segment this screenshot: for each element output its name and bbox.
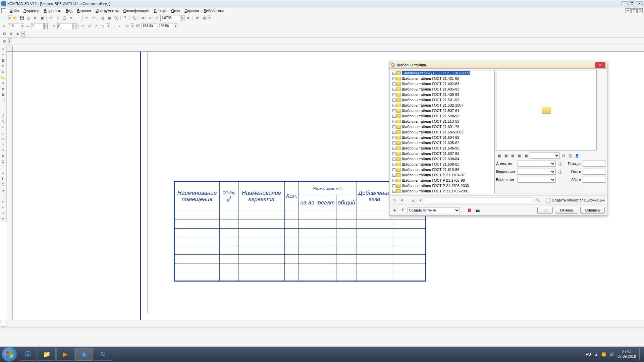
tree-item[interactable]: +Шаблоны таблиц ГОСТ 21.405-93 <box>391 86 494 92</box>
tree-item[interactable]: +Шаблоны таблиц ГОСТ Р 21.1709-2001 <box>391 188 494 194</box>
eq-icon[interactable]: ≈ <box>0 204 6 210</box>
expand-icon[interactable]: + <box>392 72 395 75</box>
help-button[interactable]: Справка <box>580 207 605 214</box>
tree-item[interactable]: +Шаблоны таблиц ГОСТ 21.408-93 <box>391 92 494 97</box>
layers-dd[interactable]: ▾ <box>208 15 211 21</box>
cut-icon[interactable]: ✂ <box>48 15 54 21</box>
search-icon[interactable]: 🔍 <box>535 197 541 203</box>
expand-icon[interactable]: + <box>392 99 395 102</box>
pan-icon[interactable]: ✥ <box>185 15 191 21</box>
hatch-icon[interactable]: ▨ <box>0 86 6 92</box>
tb-stop-icon[interactable]: ✕ <box>399 197 405 203</box>
poly-icon[interactable]: ⬠ <box>0 182 6 187</box>
menu-edit[interactable]: Редактор <box>21 8 42 13</box>
coord-x[interactable] <box>142 23 157 29</box>
expand-icon[interactable]: + <box>392 147 395 150</box>
coord-y[interactable] <box>158 23 173 29</box>
menu-service[interactable]: Сервис <box>152 8 169 13</box>
cham-icon[interactable]: ◢ <box>0 187 6 193</box>
width-input[interactable] <box>518 169 556 175</box>
expand-icon[interactable]: + <box>392 141 395 144</box>
task-wmp[interactable]: ▶ <box>56 348 74 361</box>
expand-icon[interactable]: + <box>392 184 395 187</box>
cancel-button[interactable]: Отмена <box>555 207 578 214</box>
menu-help[interactable]: Справка <box>182 8 201 13</box>
template-tree[interactable]: +Шаблоны таблиц ГОСТ Р 21.1101-2009+Шабл… <box>391 70 495 194</box>
expand-icon[interactable]: + <box>392 125 395 128</box>
layer-input[interactable] <box>57 23 73 29</box>
menu-view[interactable]: Вид <box>63 8 75 13</box>
copyprops-icon[interactable]: ✎ <box>68 15 74 21</box>
menu-insert[interactable]: Вставка <box>75 8 93 13</box>
grid-icon[interactable]: ⊞ <box>100 23 106 29</box>
expand-icon[interactable]: + <box>392 174 395 177</box>
rect-icon[interactable]: ▭ <box>0 170 6 176</box>
expand-icon[interactable]: + <box>392 179 395 182</box>
circ-icon[interactable]: ○ <box>0 125 6 130</box>
search-input[interactable] <box>425 197 533 203</box>
tree-item[interactable]: +Шаблоны таблиц ГОСТ 21.402-83 <box>391 81 494 86</box>
edit-icon[interactable]: ✎ <box>0 63 6 69</box>
zoomwin-icon[interactable]: 🔍 <box>131 15 137 21</box>
mdi-restore[interactable]: ❐ <box>631 8 637 13</box>
task-ie[interactable]: ⓔ <box>19 348 37 361</box>
tb-up-icon[interactable]: ▲ <box>410 197 416 203</box>
table-icon[interactable]: ▦ <box>1 38 7 44</box>
fx-icon[interactable]: f(x) <box>113 15 119 21</box>
tree-item[interactable]: +Шаблоны таблиц ГОСТ 21.507-81 <box>391 108 494 113</box>
save-icon[interactable]: 💾 <box>19 15 25 21</box>
fil-icon[interactable]: ◜ <box>0 193 6 198</box>
aux1-icon[interactable]: ⊡ <box>1 31 7 37</box>
tray-flag-icon[interactable]: ▲ <box>594 352 598 356</box>
tray-vol-icon[interactable]: 🔊 <box>609 352 614 357</box>
zp1-icon[interactable]: ⊡ <box>560 153 567 159</box>
snap3-icon[interactable]: ∠ <box>93 23 99 29</box>
tray-lang[interactable]: RU <box>586 352 591 356</box>
aux3-icon[interactable]: ◈ <box>15 31 21 37</box>
hatch2-icon[interactable]: ▨ <box>0 153 6 159</box>
expand-icon[interactable]: + <box>392 77 395 80</box>
menu-spec[interactable]: Спецификация <box>121 8 152 13</box>
height-input[interactable] <box>518 177 556 183</box>
txt2-icon[interactable]: Σ <box>0 159 6 164</box>
cam-icon[interactable]: 📷 <box>475 207 481 213</box>
mdi-close[interactable]: ✕ <box>637 8 643 13</box>
menu-window[interactable]: Окно <box>169 8 182 13</box>
style-input[interactable] <box>32 23 44 29</box>
vars-icon[interactable]: ▦ <box>106 15 112 21</box>
linetype-icon[interactable]: ≡ <box>1 23 7 29</box>
tree-item[interactable]: +Шаблоны таблиц ГОСТ 21.602-2003 <box>391 129 494 135</box>
menu-tools[interactable]: Инструменты <box>93 8 121 13</box>
aux2-icon[interactable]: ⚙ <box>8 31 14 37</box>
preview-icon[interactable]: 🗎 <box>32 15 38 21</box>
task-explorer[interactable]: 📁 <box>38 348 56 361</box>
start-button[interactable] <box>2 347 17 362</box>
tree-item[interactable]: +Шаблоны таблиц ГОСТ 21.613-88 <box>391 167 494 172</box>
tree-item[interactable]: +Шаблоны таблиц ГОСТ Р 21.1101-2009 <box>391 70 494 76</box>
off-icon[interactable]: ▱ <box>0 199 6 204</box>
layer-icon[interactable]: ▭ <box>51 23 57 29</box>
pos-input[interactable] <box>583 161 605 167</box>
snapset-icon[interactable]: ⊡ <box>124 23 130 29</box>
dialog-close-button[interactable]: ✕ <box>595 62 605 68</box>
expand-icon[interactable]: + <box>392 190 395 193</box>
ell-icon[interactable]: ⬭ <box>0 136 6 141</box>
view4-icon[interactable]: ▦ <box>516 153 522 159</box>
new-icon[interactable]: 📄 <box>1 15 7 21</box>
zoomfit-icon[interactable]: ⊡ <box>154 15 160 21</box>
zp2-icon[interactable]: 🏠 <box>567 153 573 159</box>
tree-item[interactable]: +Шаблоны таблиц ГОСТ 21.601-79 <box>391 124 494 129</box>
insert-mode-combo[interactable]: Создать по точке <box>408 207 460 213</box>
measure-icon[interactable]: 📐 <box>0 75 6 80</box>
snap2-icon[interactable]: ✐ <box>87 23 93 29</box>
new-dd[interactable]: ▾ <box>8 15 11 21</box>
snap-icon[interactable]: ⌐ <box>117 23 123 29</box>
help-icon[interactable]: ? <box>122 15 128 21</box>
point-icon[interactable]: 📍 <box>399 207 406 213</box>
end-icon[interactable]: ⊳ <box>0 216 6 221</box>
tree-item[interactable]: +Шаблоны таблиц ГОСТ 21.607-82 <box>391 151 494 156</box>
dialog-titlebar[interactable]: 🏠 Шаблоны таблиц ✕ <box>389 61 607 69</box>
pdf-icon[interactable]: 📕 <box>467 207 473 213</box>
expand-icon[interactable]: + <box>392 163 395 166</box>
ortho-icon[interactable]: ⊥ <box>111 23 117 29</box>
